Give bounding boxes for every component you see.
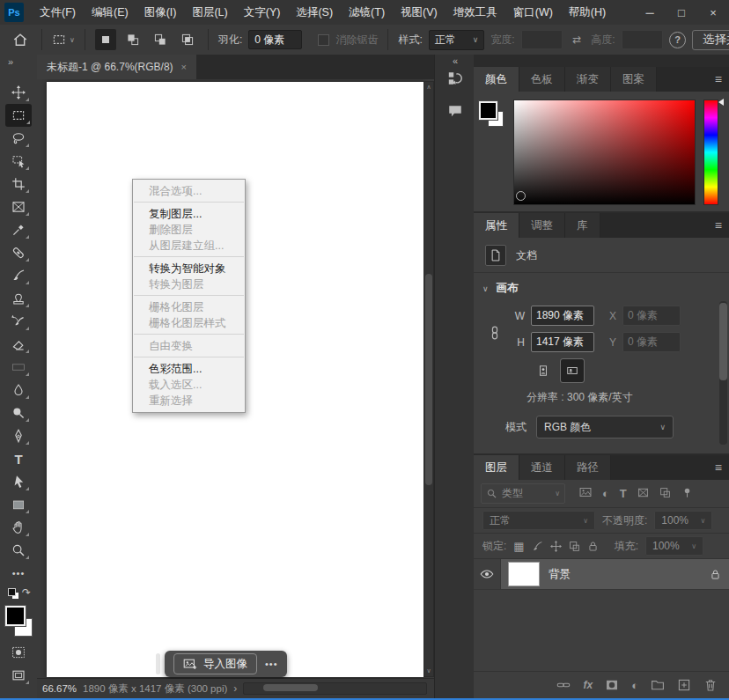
panel-foreground-swatch[interactable] (479, 101, 497, 120)
lasso-tool[interactable] (6, 127, 31, 150)
hand-tool[interactable] (6, 516, 31, 539)
saturation-brightness-field[interactable] (513, 99, 696, 205)
menu-help[interactable]: 帮助(H) (561, 5, 614, 20)
scroll-down-icon[interactable]: ∨ (426, 667, 431, 674)
style-select[interactable]: 正常 (429, 30, 485, 50)
quick-mask-toggle[interactable] (6, 641, 31, 664)
tab-layers[interactable]: 图层 (474, 455, 519, 480)
dock-collapse-icon[interactable]: « (435, 55, 475, 67)
eyedropper-tool[interactable] (6, 218, 31, 241)
menu-filter[interactable]: 滤镜(T) (341, 5, 393, 20)
layer-filter-type-select[interactable]: 类型 (481, 483, 565, 504)
menu-layer[interactable]: 图层(L) (184, 5, 235, 20)
blur-tool[interactable] (6, 379, 31, 402)
history-brush-tool[interactable] (6, 310, 31, 333)
canvas-width-input[interactable]: 1890 像素 (531, 306, 594, 326)
menu-file[interactable]: 文件(F) (32, 5, 84, 20)
tool-preset-marquee[interactable] (52, 28, 75, 51)
tab-gradients[interactable]: 渐变 (565, 67, 611, 92)
filter-shape-layers-icon[interactable] (637, 487, 649, 501)
zoom-tool[interactable] (6, 539, 31, 562)
lock-paint-icon[interactable] (532, 541, 543, 552)
gradient-tool[interactable] (6, 356, 31, 379)
properties-panel-menu-icon[interactable]: ≡ (715, 218, 722, 232)
toolbar-collapse-icon[interactable]: » (0, 55, 37, 69)
move-tool[interactable] (6, 81, 31, 104)
width-input[interactable] (521, 30, 563, 49)
tab-properties[interactable]: 属性 (474, 213, 519, 238)
blend-mode-select[interactable]: 正常 (482, 511, 595, 530)
rectangle-tool[interactable] (6, 493, 31, 516)
help-icon[interactable]: ? (669, 32, 686, 48)
object-selection-tool[interactable] (6, 150, 31, 173)
horizontal-scrollbar[interactable] (243, 682, 427, 695)
layers-panel-menu-icon[interactable]: ≡ (715, 461, 722, 475)
dodge-tool[interactable] (6, 402, 31, 424)
document-tab[interactable]: 未标题-1 @ 66.7%(RGB/8) × (37, 55, 196, 79)
panel-color-swatches[interactable] (479, 101, 505, 131)
clone-stamp-tool[interactable] (6, 287, 31, 310)
menu-view[interactable]: 视图(V) (393, 5, 446, 20)
maximize-button[interactable]: □ (666, 0, 697, 25)
vertical-scroll-thumb[interactable] (425, 274, 432, 485)
eraser-tool[interactable] (6, 333, 31, 356)
swap-dimensions-icon[interactable]: ⇄ (569, 28, 585, 51)
color-panel-menu-icon[interactable]: ≡ (715, 72, 722, 86)
filter-adjustment-layers-icon[interactable]: ◐ (602, 487, 609, 500)
tab-patterns[interactable]: 图案 (611, 67, 657, 92)
lock-artboard-icon[interactable] (569, 541, 580, 552)
lock-position-icon[interactable] (550, 541, 562, 552)
default-colors-widget[interactable]: ↷ (6, 588, 31, 601)
link-layers-icon[interactable] (556, 678, 571, 692)
menu-plugins[interactable]: 增效工具 (446, 5, 505, 20)
pen-tool[interactable] (6, 424, 31, 447)
select-and-mask-button[interactable]: 选择并遮住… (692, 30, 729, 50)
lock-all-icon[interactable] (587, 541, 599, 552)
feather-input[interactable]: 0 像素 (248, 30, 301, 49)
home-button[interactable] (9, 28, 32, 51)
orientation-portrait-button[interactable] (532, 359, 555, 382)
canvas-height-input[interactable]: 1417 像素 (531, 332, 594, 352)
antialias-checkbox[interactable] (318, 34, 329, 46)
horizontal-scroll-thumb[interactable] (263, 684, 318, 691)
screen-mode-toggle[interactable] (6, 664, 31, 687)
version-history-panel-icon[interactable] (447, 70, 463, 89)
menu-window[interactable]: 窗口(W) (505, 5, 561, 20)
fill-select[interactable]: 100% (645, 536, 703, 556)
layer-thumbnail[interactable] (509, 563, 539, 586)
comments-panel-icon[interactable] (447, 103, 463, 122)
status-chevron-icon[interactable]: › (233, 682, 237, 695)
new-layer-icon[interactable] (677, 678, 691, 692)
delete-layer-icon[interactable] (703, 678, 718, 692)
type-tool[interactable]: T (6, 447, 31, 470)
selection-mode-subtract[interactable] (150, 29, 171, 50)
filter-pixel-layers-icon[interactable] (579, 486, 592, 501)
crop-tool[interactable] (6, 173, 31, 195)
ctx-convert-to-smart-object[interactable]: 转换为智能对象 (133, 261, 245, 276)
layer-name[interactable]: 背景 (549, 567, 571, 582)
filter-smart-objects-icon[interactable] (659, 487, 671, 501)
color-picker-marker[interactable] (516, 191, 526, 201)
zoom-level[interactable]: 66.67% (42, 683, 77, 694)
menu-type[interactable]: 文字(Y) (236, 5, 289, 20)
properties-scroll-thumb[interactable] (719, 303, 727, 380)
task-bar-more-button[interactable]: ••• (265, 659, 278, 669)
tab-paths[interactable]: 路径 (565, 455, 611, 480)
hue-slider[interactable] (703, 99, 718, 205)
document-tab-close-icon[interactable]: × (181, 62, 187, 72)
tab-swatches[interactable]: 色板 (519, 67, 565, 92)
scroll-up-icon[interactable]: ∧ (426, 84, 431, 91)
brush-tool[interactable] (6, 264, 31, 287)
layer-row-background[interactable]: 背景 (474, 559, 729, 590)
ctx-color-range[interactable]: 色彩范围... (133, 361, 245, 377)
swap-colors-icon[interactable]: ↷ (22, 586, 31, 599)
tab-libraries[interactable]: 库 (565, 213, 600, 238)
canvas-x-input[interactable]: 0 像素 (622, 306, 681, 326)
new-adjustment-layer-icon[interactable]: ◐ (631, 679, 638, 692)
selection-mode-add[interactable] (122, 29, 144, 50)
hue-slider-handle[interactable] (718, 99, 724, 106)
vertical-scrollbar[interactable]: ∧ ∨ (423, 81, 434, 677)
orientation-landscape-button[interactable] (561, 359, 584, 382)
tab-channels[interactable]: 通道 (519, 455, 565, 480)
add-layer-mask-icon[interactable] (605, 678, 619, 692)
